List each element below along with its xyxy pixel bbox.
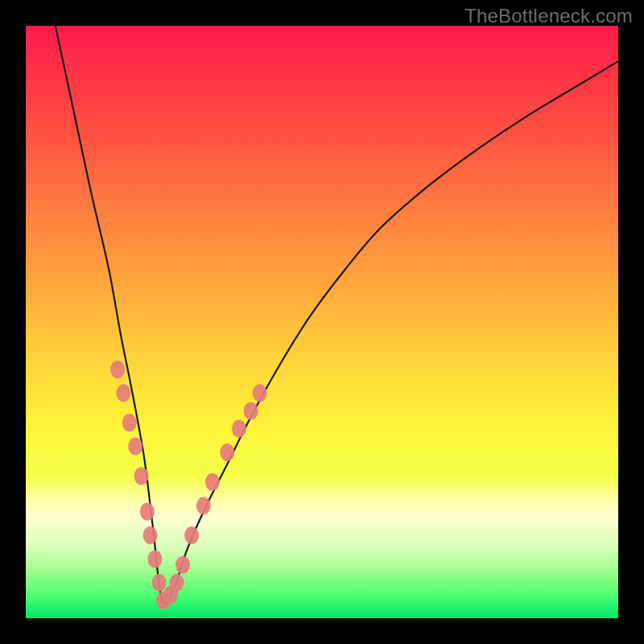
- sample-dot: [232, 419, 246, 437]
- sample-dot: [143, 526, 158, 544]
- bottleneck-curve: [56, 26, 618, 604]
- sample-dot: [147, 550, 162, 568]
- sample-dot: [244, 402, 258, 419]
- sample-dot: [134, 467, 149, 485]
- sample-dot: [170, 574, 184, 592]
- sample-dot: [116, 384, 130, 402]
- sample-dot: [184, 526, 199, 544]
- sample-dot: [220, 444, 234, 461]
- sample-dot: [253, 384, 267, 402]
- plot-area: [26, 26, 618, 618]
- chart-frame: TheBottleneck.com: [0, 0, 644, 644]
- sample-dot: [205, 473, 220, 491]
- sample-dot: [152, 574, 167, 592]
- sample-dot: [140, 503, 155, 521]
- sample-dot: [110, 361, 125, 378]
- watermark-text: TheBottleneck.com: [464, 5, 633, 27]
- sample-dot: [175, 556, 190, 574]
- sample-dot: [196, 497, 211, 514]
- chart-svg: [26, 26, 618, 618]
- sample-dot: [128, 438, 142, 456]
- sample-dot: [122, 414, 137, 431]
